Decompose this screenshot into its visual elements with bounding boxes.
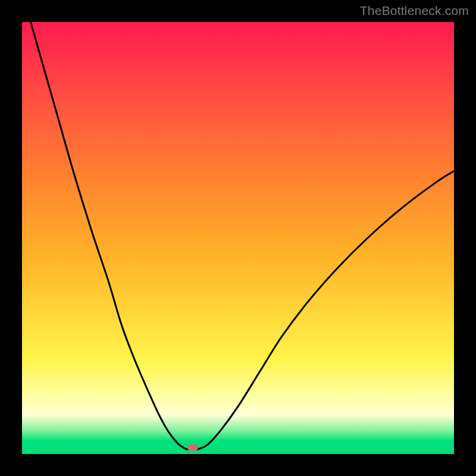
watermark-text: TheBottleneck.com xyxy=(360,4,469,18)
curve-svg xyxy=(22,22,454,454)
optimum-marker xyxy=(187,444,198,451)
bottleneck-curve xyxy=(22,0,454,449)
chart-frame: TheBottleneck.com xyxy=(0,0,476,476)
